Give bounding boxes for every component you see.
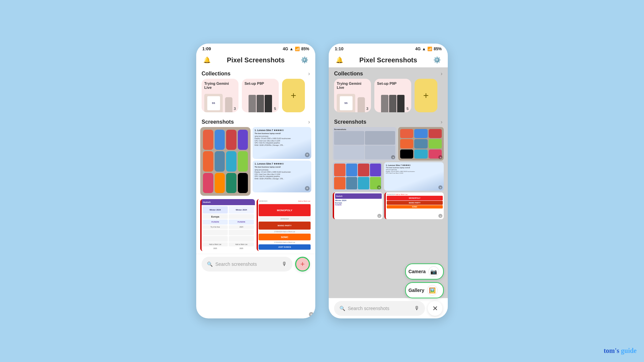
add-plus-icon-right: +: [423, 90, 429, 101]
right-phone: 1:10 4G ▲ 📶 85% 🔔 Pixel Screenshots ⚙️ C…: [329, 44, 448, 318]
left-status-icons: 4G ▲ 📶 85%: [283, 47, 309, 51]
wifi-icon: 📶: [295, 47, 300, 51]
left-bottom-ss-row: Haalozh Winter 2024 Europa FUSION Try it…: [196, 199, 315, 254]
right-wifi-icon: 📶: [427, 47, 432, 51]
collection-count-p9p-right: 5: [407, 107, 409, 111]
right-top-bar: 🔔 Pixel Screenshots ⚙️: [329, 53, 448, 67]
right-ss-small-top[interactable]: ⊕: [398, 127, 444, 161]
gallery-icon: 🖼️: [427, 285, 438, 296]
signal-icon: ▲: [289, 47, 293, 51]
left-top-bar: 🔔 Pixel Screenshots ⚙️: [196, 53, 315, 67]
laptop-screenshot-top-left[interactable]: 1. Lenovo Slim 7 ★★★★☆ The best business…: [253, 127, 311, 159]
fab-plus-icon-left: +: [301, 260, 305, 268]
app-grid-screenshot-left[interactable]: ⊕: [200, 127, 251, 196]
right-status-icons: 4G ▲ 📶 85%: [415, 47, 442, 51]
left-search-bar[interactable]: 🔍 Search screenshots 🎙: [202, 257, 292, 272]
gear-icon-left[interactable]: ⚙️: [299, 55, 310, 65]
right-app-title: Pixel Screenshots: [359, 56, 417, 64]
watermark-text-accent: guide: [621, 347, 637, 354]
left-app-title: Pixel Screenshots: [227, 56, 284, 64]
fab-close-right[interactable]: ✕: [428, 301, 442, 316]
watermark-text-main: tom's: [604, 347, 621, 354]
search-icon-right: 🔍: [339, 306, 345, 311]
left-collections-header: Collections ›: [196, 67, 315, 79]
collection-count-gemini-left: 3: [234, 107, 236, 111]
bell-icon-right[interactable]: 🔔: [334, 55, 345, 65]
right-time: 1:10: [335, 46, 343, 51]
right-search-placeholder: Search screenshots: [348, 306, 412, 311]
right-screenshots-header: Screenshots ›: [329, 116, 448, 127]
mic-icon-left[interactable]: 🎙: [282, 261, 287, 267]
context-camera[interactable]: Camera 📷: [405, 263, 444, 280]
right-ss-row3: Haalozh Winter 2024 Europa FUSION ⊕ 26/0…: [329, 192, 448, 221]
add-plus-icon-left: +: [291, 90, 296, 101]
wishlist-screenshot-right[interactable]: 26/09/2024Add to Wish List MONOPOLY 26/0…: [257, 199, 311, 251]
right-screenshots-chevron[interactable]: ›: [441, 119, 442, 125]
left-status-bar: 1:09 4G ▲ 📶 85%: [196, 44, 315, 53]
collection-add-right[interactable]: +: [415, 79, 437, 112]
collection-card-gemini-left[interactable]: Trying Gemini Live SS 3: [202, 79, 238, 112]
left-ss-right-col: 1. Lenovo Slim 7 ★★★★☆ The best business…: [253, 127, 311, 197]
right-wishlist1[interactable]: Haalozh Winter 2024 Europa FUSION ⊕: [333, 192, 383, 219]
left-search-bar-container: 🔍 Search screenshots 🎙 +: [196, 254, 315, 274]
fab-left[interactable]: +: [295, 257, 310, 272]
wishlist-screenshot-left[interactable]: Haalozh Winter 2024 Europa FUSION Try it…: [200, 199, 255, 251]
laptop-screenshot-bottom-left[interactable]: 1. Lenovo Slim 7 ★★★★☆ The best business…: [253, 161, 311, 192]
right-collections-row: Trying Gemini Live SS 3 Set-up P9P: [329, 79, 448, 116]
left-ss-left-col: ⊕: [200, 127, 251, 197]
left-search-placeholder: Search screenshots: [215, 261, 279, 267]
right-search-bar[interactable]: 🔍 Search screenshots 🎙: [334, 301, 425, 316]
collection-count-p9p-left: 5: [274, 107, 276, 111]
right-status-bar: 1:10 4G ▲ 📶 85%: [329, 44, 448, 53]
collection-card-gemini-right[interactable]: Trying Gemini Live SS 3: [334, 79, 371, 112]
right-phone-inner: 1:10 4G ▲ 📶 85% 🔔 Pixel Screenshots ⚙️ C…: [329, 44, 448, 318]
gallery-label: Gallery: [409, 288, 424, 293]
right-ss-large-top[interactable]: Screenshots ⊕: [333, 127, 396, 161]
collection-add-left[interactable]: +: [282, 79, 305, 112]
phones-container: 1:09 4G ▲ 📶 85% 🔔 Pixel Screenshots ⚙️ C…: [196, 44, 448, 318]
bell-icon-left[interactable]: 🔔: [202, 55, 212, 65]
right-collections-header: Collections ›: [329, 67, 448, 79]
right-ss-app-grid[interactable]: ⊕: [333, 162, 382, 191]
collection-label-gemini-left: Trying Gemini Live: [202, 79, 238, 90]
signal-text: 4G: [283, 47, 288, 51]
left-time: 1:09: [202, 46, 211, 51]
right-collections-chevron[interactable]: ›: [441, 71, 442, 77]
collection-count-gemini-right: 3: [366, 107, 368, 111]
collection-label-gemini-right: Trying Gemini Live: [334, 79, 371, 90]
right-screenshots-title: Screenshots: [334, 119, 366, 125]
right-search-bar-container: 🔍 Search screenshots 🎙 ✕: [329, 298, 448, 318]
left-screenshots-main-grid: ⊕ 1. Lenovo Slim 7 ★★★★☆ The best busine…: [196, 127, 315, 199]
collection-label-p9p-right: Set-up P9P: [374, 79, 411, 86]
search-icon-left: 🔍: [207, 261, 213, 267]
right-collections-title: Collections: [334, 71, 363, 77]
gear-icon-right[interactable]: ⚙️: [432, 55, 442, 65]
context-gallery[interactable]: Gallery 🖼️: [405, 282, 444, 298]
mic-icon-right[interactable]: 🎙: [414, 305, 420, 311]
collection-card-p9p-right[interactable]: Set-up P9P 5: [374, 79, 411, 112]
left-collections-row: Trying Gemini Live SS 3 Set-up P9P 5: [196, 79, 315, 116]
right-signal-text: 4G: [415, 47, 421, 51]
left-screenshots-chevron[interactable]: ›: [308, 119, 310, 125]
context-menu: Camera 📷 Gallery 🖼️: [405, 263, 444, 298]
battery-text: 85%: [301, 47, 309, 51]
left-collections-chevron[interactable]: ›: [308, 71, 310, 77]
left-screenshots-title: Screenshots: [202, 119, 234, 125]
left-phone: 1:09 4G ▲ 📶 85% 🔔 Pixel Screenshots ⚙️ C…: [196, 44, 315, 318]
camera-label: Camera: [409, 269, 426, 274]
watermark: tom's guide: [604, 347, 637, 355]
right-battery-text: 85%: [434, 47, 442, 51]
right-ss-row1: Screenshots ⊕: [329, 127, 448, 162]
collection-label-p9p-left: Set-up P9P: [242, 79, 279, 86]
camera-icon: 📷: [428, 266, 439, 277]
close-icon-right: ✕: [432, 304, 438, 312]
right-ss-row2: ⊕ 1. Lenovo Slim 7 ★★★★☆ The best busine…: [329, 162, 448, 192]
right-signal-icon: ▲: [422, 47, 426, 51]
left-screenshots-header: Screenshots ›: [196, 116, 315, 127]
right-ss-laptop-mid[interactable]: 1. Lenovo Slim 7 ★★★★☆ The best business…: [384, 162, 444, 191]
left-collections-title: Collections: [202, 71, 230, 77]
right-wishlist2[interactable]: 26/09/2024 Add to Wish List MONOPOLY MAR…: [384, 192, 444, 219]
collection-card-p9p-left[interactable]: Set-up P9P 5: [242, 79, 279, 112]
